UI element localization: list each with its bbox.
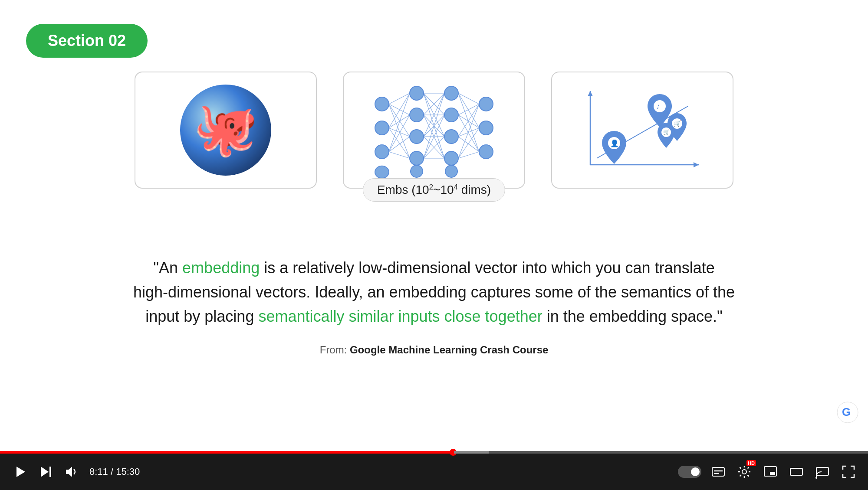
svg-line-48 bbox=[458, 104, 479, 115]
dl-models-card bbox=[343, 72, 525, 189]
time-display: 8:11 / 15:30 bbox=[89, 466, 140, 477]
autoplay-toggle[interactable] bbox=[678, 466, 701, 478]
quote-text: "An embedding is a relatively low-dimens… bbox=[78, 256, 790, 328]
svg-point-2 bbox=[375, 145, 389, 159]
controls-bar: 8:11 / 15:30 bbox=[0, 451, 868, 490]
theater-button[interactable] bbox=[787, 463, 806, 481]
svg-point-9 bbox=[444, 86, 458, 100]
embs-card-label: Embs (102~104 dims) bbox=[363, 178, 505, 202]
total-time: 15:30 bbox=[116, 466, 140, 477]
svg-line-22 bbox=[389, 115, 410, 128]
svg-point-10 bbox=[444, 108, 458, 122]
hd-badge: HD bbox=[746, 460, 756, 466]
cards-row: Data (104~106 dims) bbox=[0, 72, 868, 189]
svg-point-0 bbox=[375, 97, 389, 111]
svg-point-8 bbox=[411, 165, 423, 177]
svg-point-16 bbox=[479, 145, 493, 159]
svg-line-18 bbox=[389, 104, 410, 115]
svg-text:👤: 👤 bbox=[610, 139, 619, 147]
svg-point-13 bbox=[445, 165, 457, 177]
svg-marker-58 bbox=[694, 162, 699, 167]
google-watermark: G bbox=[837, 402, 858, 425]
current-time: 8:11 bbox=[89, 466, 108, 477]
play-button[interactable] bbox=[10, 462, 30, 481]
play-icon bbox=[12, 464, 28, 480]
svg-rect-81 bbox=[770, 472, 775, 475]
slide-area: Section 02 Data (104~106 dims) bbox=[0, 0, 868, 451]
svg-point-3 bbox=[375, 166, 389, 178]
embedding-scatter-diagram: ♪ 🛒 🛒 bbox=[573, 82, 712, 178]
skip-next-button[interactable] bbox=[37, 463, 55, 480]
svg-rect-83 bbox=[816, 467, 829, 475]
quote-part1: "An bbox=[153, 259, 182, 277]
svg-point-79 bbox=[742, 470, 746, 474]
svg-line-56 bbox=[458, 152, 479, 158]
progress-played bbox=[0, 451, 454, 454]
svg-point-5 bbox=[410, 108, 424, 122]
progress-buffered bbox=[454, 451, 489, 454]
quote-source-prefix: From: bbox=[320, 344, 350, 356]
svg-point-4 bbox=[410, 86, 424, 100]
data-card bbox=[135, 72, 317, 189]
octopus-image bbox=[180, 85, 271, 176]
quote-section: "An embedding is a relatively low-dimens… bbox=[0, 256, 868, 356]
svg-point-14 bbox=[479, 97, 493, 111]
cast-icon bbox=[815, 464, 830, 479]
svg-point-84 bbox=[815, 477, 817, 479]
quote-highlight-similar: semantically similar inputs close togeth… bbox=[258, 307, 542, 325]
subtitles-button[interactable] bbox=[709, 463, 727, 481]
volume-icon bbox=[64, 465, 78, 479]
theater-icon bbox=[789, 464, 804, 479]
progress-bar[interactable] bbox=[0, 451, 868, 454]
svg-line-20 bbox=[389, 104, 410, 158]
skip-next-icon bbox=[39, 465, 53, 479]
svg-marker-75 bbox=[66, 467, 72, 477]
svg-text:♪: ♪ bbox=[656, 102, 660, 111]
svg-point-6 bbox=[410, 130, 424, 144]
svg-point-7 bbox=[410, 151, 424, 165]
svg-rect-76 bbox=[712, 467, 724, 476]
volume-button[interactable] bbox=[62, 463, 80, 480]
svg-rect-74 bbox=[49, 467, 51, 477]
quote-source: From: Google Machine Learning Crash Cour… bbox=[78, 344, 790, 356]
svg-point-15 bbox=[479, 121, 493, 135]
svg-point-11 bbox=[444, 130, 458, 144]
svg-text:🛒: 🛒 bbox=[674, 120, 681, 127]
svg-point-12 bbox=[444, 151, 458, 165]
settings-button[interactable]: HD bbox=[735, 463, 753, 481]
neural-net-diagram bbox=[365, 82, 503, 178]
svg-marker-73 bbox=[41, 467, 49, 477]
svg-marker-60 bbox=[588, 91, 593, 96]
svg-line-49 bbox=[458, 115, 479, 128]
right-controls: HD bbox=[678, 463, 858, 481]
quote-source-name: Google Machine Learning Crash Course bbox=[350, 344, 548, 356]
svg-line-28 bbox=[389, 152, 410, 158]
fullscreen-button[interactable] bbox=[839, 463, 858, 481]
controls-main-row: 8:11 / 15:30 bbox=[0, 454, 868, 490]
embs-card: ♪ 🛒 🛒 bbox=[551, 72, 733, 189]
section-badge: Section 02 bbox=[26, 24, 148, 58]
miniplayer-button[interactable] bbox=[761, 463, 779, 481]
time-separator: / bbox=[111, 466, 116, 477]
svg-text:🛒: 🛒 bbox=[663, 129, 670, 135]
miniplayer-icon bbox=[763, 464, 778, 479]
quote-part3: in the embedding space." bbox=[542, 307, 723, 325]
svg-line-54 bbox=[458, 104, 479, 158]
svg-text:G: G bbox=[842, 405, 851, 418]
cast-button[interactable] bbox=[813, 463, 832, 481]
fullscreen-icon bbox=[841, 464, 856, 479]
subtitles-icon bbox=[711, 464, 726, 479]
quote-highlight-embedding: embedding bbox=[182, 259, 260, 277]
svg-marker-72 bbox=[16, 467, 25, 477]
settings-icon bbox=[737, 464, 752, 479]
svg-rect-82 bbox=[790, 468, 802, 475]
svg-point-1 bbox=[375, 121, 389, 135]
